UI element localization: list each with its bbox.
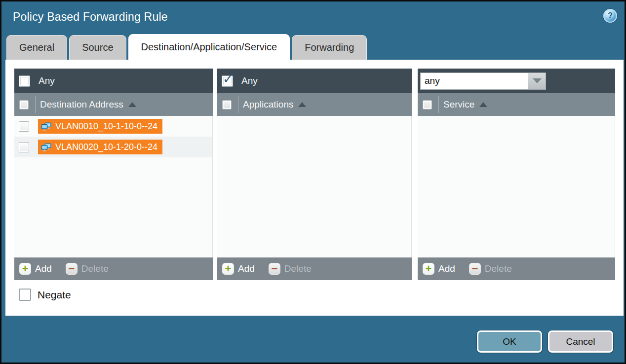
- negate-row: Negate: [19, 289, 71, 301]
- address-object-icon: [41, 143, 52, 151]
- service-dropdown: [420, 73, 546, 90]
- minus-icon: −: [269, 263, 280, 275]
- destination-address-column: Any Destination Address: [14, 69, 213, 280]
- address-object-icon: [41, 122, 52, 131]
- destination-toolbar: + Add − Delete: [14, 257, 213, 280]
- service-dropdown-header: [418, 69, 615, 93]
- destination-address-label: VLAN0010_10-1-10-0--24: [55, 121, 157, 132]
- service-select-all-checkbox[interactable]: [423, 100, 432, 109]
- chevron-down-icon: [533, 78, 542, 83]
- plus-icon: +: [222, 263, 234, 275]
- minus-icon: −: [469, 263, 481, 275]
- destination-any-header: Any: [14, 69, 213, 93]
- policy-based-forwarding-dialog: Policy Based Forwarding Rule ? General S…: [0, 0, 626, 364]
- applications-column: ✓ Any Applications + Add − Delete: [217, 69, 412, 280]
- applications-any-label: Any: [241, 75, 258, 86]
- destination-any-label: Any: [39, 75, 55, 86]
- applications-header-label[interactable]: Applications: [243, 99, 293, 110]
- service-column: Service + Add − Delete: [418, 69, 615, 280]
- destination-delete-button[interactable]: − Delete: [66, 263, 109, 275]
- sort-ascending-icon[interactable]: [298, 102, 306, 107]
- service-dropdown-button[interactable]: [528, 73, 546, 90]
- tab-content-panel: Any Destination Address: [5, 60, 624, 316]
- applications-list: [217, 116, 412, 257]
- minus-icon: −: [66, 263, 78, 275]
- list-item: VLAN0010_10-1-10-0--24: [14, 116, 212, 137]
- plus-icon: +: [423, 263, 434, 275]
- applications-column-header: Applications: [217, 93, 412, 116]
- service-toolbar: + Add − Delete: [418, 257, 615, 280]
- dialog-title: Policy Based Forwarding Rule: [13, 10, 168, 24]
- destination-select-all-checkbox[interactable]: [19, 100, 29, 109]
- destination-address-entry[interactable]: VLAN0020_10-1-20-0--24: [38, 140, 162, 154]
- cancel-button[interactable]: Cancel: [548, 330, 613, 353]
- service-dropdown-input[interactable]: [420, 73, 528, 90]
- negate-label: Negate: [38, 289, 71, 301]
- destination-column-header: Destination Address: [14, 93, 213, 116]
- service-list: [418, 116, 615, 257]
- list-item: VLAN0020_10-1-20-0--24: [14, 137, 212, 157]
- question-glyph: ?: [608, 11, 613, 20]
- destination-row-checkbox[interactable]: [19, 121, 29, 132]
- applications-any-header: ✓ Any: [217, 69, 412, 93]
- service-column-header: Service: [418, 93, 615, 116]
- title-bar: Policy Based Forwarding Rule ?: [1, 1, 625, 33]
- applications-any-checkbox[interactable]: ✓: [222, 75, 233, 87]
- destination-row-checkbox[interactable]: [19, 142, 29, 152]
- negate-checkbox[interactable]: [19, 289, 31, 301]
- tab-general[interactable]: General: [6, 35, 67, 60]
- tab-source[interactable]: Source: [69, 35, 126, 60]
- checkmark-icon: ✓: [223, 73, 234, 85]
- sort-ascending-icon[interactable]: [128, 102, 136, 107]
- ok-button[interactable]: OK: [477, 330, 542, 353]
- destination-header-label[interactable]: Destination Address: [40, 99, 123, 110]
- destination-any-checkbox[interactable]: [19, 75, 30, 87]
- destination-address-entry[interactable]: VLAN0010_10-1-10-0--24: [38, 119, 162, 134]
- service-header-label[interactable]: Service: [443, 99, 474, 110]
- sort-ascending-icon[interactable]: [479, 102, 487, 107]
- applications-select-all-checkbox[interactable]: [222, 100, 232, 109]
- tab-forwarding[interactable]: Forwarding: [292, 35, 367, 60]
- destination-address-label: VLAN0020_10-1-20-0--24: [55, 142, 157, 152]
- service-delete-button[interactable]: − Delete: [469, 263, 512, 275]
- applications-add-button[interactable]: + Add: [222, 263, 255, 275]
- service-add-button[interactable]: + Add: [423, 263, 455, 275]
- applications-toolbar: + Add − Delete: [217, 257, 412, 280]
- plus-icon: +: [19, 263, 31, 275]
- destination-add-button[interactable]: + Add: [19, 263, 52, 275]
- help-icon[interactable]: ?: [603, 9, 617, 23]
- tab-destination-application-service[interactable]: Destination/Application/Service: [128, 34, 290, 60]
- tab-bar: General Source Destination/Application/S…: [6, 34, 367, 60]
- destination-address-list: VLAN0010_10-1-10-0--24: [14, 116, 213, 257]
- applications-delete-button[interactable]: − Delete: [269, 263, 312, 275]
